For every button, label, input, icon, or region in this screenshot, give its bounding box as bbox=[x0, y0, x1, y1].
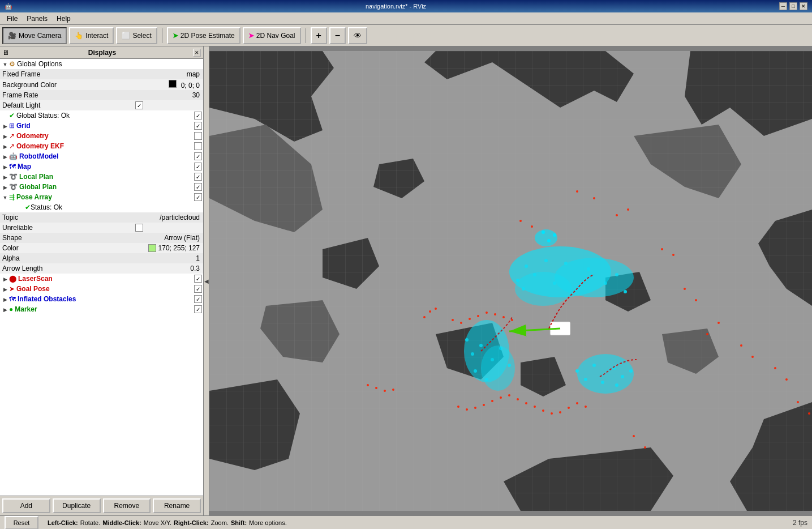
map-row[interactable]: 🗺 Map ✓ bbox=[0, 161, 203, 172]
reset-button[interactable]: Reset bbox=[5, 516, 38, 530]
marker-expander[interactable] bbox=[1, 306, 9, 313]
marker-checkbox[interactable]: ✓ bbox=[194, 305, 202, 313]
map-expander[interactable] bbox=[1, 164, 9, 170]
odometry-ekf-row[interactable]: ↗ Odometry EKF bbox=[0, 141, 203, 151]
pose-estimate-button[interactable]: ➤ 2D Pose Estimate bbox=[167, 27, 240, 44]
background-color-value: 0; 0; 0 bbox=[134, 80, 202, 89]
pose-alpha-value[interactable]: 1 bbox=[134, 254, 202, 262]
window-controls[interactable]: ─ □ ✕ bbox=[779, 2, 807, 10]
pose-unreliable-checkbox[interactable] bbox=[135, 224, 143, 232]
camera-view-button[interactable]: 👁 bbox=[348, 27, 367, 44]
laser-scan-expander[interactable] bbox=[1, 276, 9, 282]
svg-point-82 bbox=[576, 402, 578, 404]
pose-topic-row[interactable]: Topic /particlecloud bbox=[0, 212, 203, 223]
interact-button[interactable]: 👆 Interact bbox=[69, 27, 114, 44]
svg-point-52 bbox=[535, 229, 557, 246]
background-color-swatch[interactable] bbox=[169, 80, 177, 88]
close-button[interactable]: ✕ bbox=[800, 2, 807, 10]
pose-unreliable-row[interactable]: Unreliable bbox=[0, 223, 203, 233]
default-light-row[interactable]: Default Light ✓ bbox=[0, 100, 203, 110]
global-status-checkbox[interactable]: ✓ bbox=[194, 112, 202, 120]
odometry-ekf-expander[interactable] bbox=[1, 143, 9, 150]
panel-close-button[interactable]: ✕ bbox=[193, 49, 201, 57]
select-button[interactable]: ⬜ Select bbox=[116, 27, 157, 44]
inflated-obstacles-row[interactable]: 🗺 Inflated Obstacles ✓ bbox=[0, 294, 203, 304]
global-status-row[interactable]: ✔ Global Status: Ok ✓ bbox=[0, 110, 203, 121]
background-color-row[interactable]: Background Color 0; 0; 0 bbox=[0, 79, 203, 90]
global-plan-row[interactable]: ➰ Global Plan ✓ bbox=[0, 182, 203, 192]
inflated-obstacles-checkbox[interactable]: ✓ bbox=[194, 295, 202, 303]
nav-goal-button[interactable]: ➤ 2D Nav Goal bbox=[243, 27, 301, 44]
rename-button[interactable]: Rename bbox=[153, 498, 201, 513]
grid-checkbox[interactable]: ✓ bbox=[194, 122, 202, 130]
viewport[interactable] bbox=[209, 46, 812, 515]
local-plan-expander[interactable] bbox=[1, 174, 9, 180]
goal-pose-expander[interactable] bbox=[1, 286, 9, 292]
menu-file[interactable]: File bbox=[2, 14, 22, 24]
inflated-obstacles-expander[interactable] bbox=[1, 296, 9, 302]
map-checkbox[interactable]: ✓ bbox=[194, 163, 202, 170]
odometry-expander[interactable] bbox=[1, 133, 9, 139]
svg-point-41 bbox=[474, 369, 477, 373]
pose-shape-value[interactable]: Arrow (Flat) bbox=[134, 234, 202, 242]
remove-button[interactable]: Remove bbox=[103, 498, 151, 513]
svg-point-73 bbox=[500, 396, 502, 399]
global-plan-expander[interactable] bbox=[1, 184, 9, 190]
svg-point-64 bbox=[486, 312, 488, 314]
pose-shape-row[interactable]: Shape Arrow (Flat) bbox=[0, 233, 203, 243]
pose-alpha-row[interactable]: Alpha 1 bbox=[0, 253, 203, 263]
pose-array-checkbox[interactable]: ✓ bbox=[194, 193, 202, 201]
add-button[interactable]: Add bbox=[2, 498, 50, 513]
svg-point-75 bbox=[517, 398, 519, 400]
local-plan-checkbox[interactable]: ✓ bbox=[194, 173, 202, 181]
minimize-button[interactable]: ─ bbox=[779, 2, 787, 10]
fixed-frame-row[interactable]: Fixed Frame map bbox=[0, 69, 203, 79]
odometry-ekf-checkbox[interactable] bbox=[194, 142, 202, 150]
pose-topic-value[interactable]: /particlecloud bbox=[134, 214, 202, 221]
goal-pose-row[interactable]: ➤ Goal Pose ✓ bbox=[0, 284, 203, 294]
global-options-expander[interactable] bbox=[1, 61, 9, 67]
displays-tree[interactable]: ⚙ Global Options Fixed Frame map Backgro… bbox=[0, 59, 203, 496]
robot-model-checkbox[interactable]: ✓ bbox=[194, 152, 202, 160]
grid-row[interactable]: ⊞ Grid ✓ bbox=[0, 121, 203, 131]
pose-arrow-length-row[interactable]: Arrow Length 0.3 bbox=[0, 263, 203, 274]
pose-array-row[interactable]: ⇶ Pose Array ✓ bbox=[0, 192, 203, 202]
menu-panels[interactable]: Panels bbox=[22, 14, 52, 24]
frame-rate-value[interactable]: 30 bbox=[134, 91, 202, 99]
duplicate-button[interactable]: Duplicate bbox=[53, 498, 101, 513]
pose-arrow-length-value[interactable]: 0.3 bbox=[134, 264, 202, 272]
menu-help[interactable]: Help bbox=[52, 14, 75, 24]
map-canvas[interactable] bbox=[209, 46, 812, 515]
collapse-handle[interactable]: ◀ bbox=[204, 46, 209, 515]
global-plan-checkbox[interactable]: ✓ bbox=[194, 183, 202, 191]
svg-point-43 bbox=[577, 354, 634, 394]
local-plan-row[interactable]: ➰ Local Plan ✓ bbox=[0, 172, 203, 182]
titlebar: 🤖 navigation.rviz* - RViz ─ □ ✕ bbox=[0, 0, 812, 12]
pose-color-label: Color bbox=[1, 244, 134, 252]
goal-pose-checkbox[interactable]: ✓ bbox=[194, 285, 202, 293]
minus-button[interactable]: − bbox=[329, 27, 346, 44]
pose-color-row[interactable]: Color 170; 255; 127 bbox=[0, 243, 203, 253]
laser-scan-row[interactable]: ⬤ LaserScan ✓ bbox=[0, 274, 203, 284]
svg-point-35 bbox=[465, 338, 469, 342]
default-light-checkbox[interactable]: ✓ bbox=[135, 101, 143, 109]
pose-color-swatch[interactable] bbox=[148, 244, 156, 252]
robot-model-row[interactable]: 🤖 RobotModel ✓ bbox=[0, 151, 203, 161]
odometry-checkbox[interactable] bbox=[194, 132, 202, 140]
laser-scan-checkbox[interactable]: ✓ bbox=[194, 275, 202, 283]
fixed-frame-value[interactable]: map bbox=[134, 70, 202, 78]
svg-point-103 bbox=[785, 378, 788, 381]
marker-row[interactable]: ● Marker ✓ bbox=[0, 304, 203, 314]
displays-icon: 🖥 bbox=[2, 49, 9, 57]
pose-array-expander[interactable] bbox=[1, 194, 9, 200]
toolbar: 🎥 Move Camera 👆 Interact ⬜ Select ➤ 2D P… bbox=[0, 25, 812, 46]
plus-button[interactable]: + bbox=[311, 27, 327, 44]
robot-model-expander[interactable] bbox=[1, 153, 9, 160]
frame-rate-row[interactable]: Frame Rate 30 bbox=[0, 90, 203, 100]
odometry-row[interactable]: ↗ Odometry bbox=[0, 131, 203, 141]
global-options-row[interactable]: ⚙ Global Options bbox=[0, 59, 203, 69]
menubar: File Panels Help bbox=[0, 12, 812, 25]
grid-expander[interactable] bbox=[1, 123, 9, 129]
move-camera-button[interactable]: 🎥 Move Camera bbox=[2, 27, 67, 44]
maximize-button[interactable]: □ bbox=[789, 2, 797, 10]
